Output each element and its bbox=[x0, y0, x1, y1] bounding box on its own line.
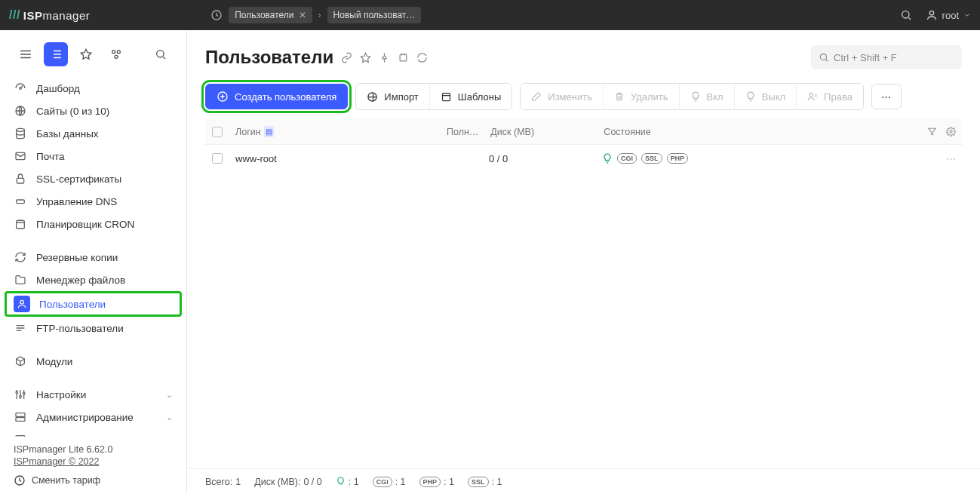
tariff-label: Сменить тариф bbox=[32, 475, 100, 486]
sidebar-apps-icon[interactable] bbox=[104, 42, 128, 66]
on-button[interactable]: Вкл bbox=[680, 84, 735, 109]
sidebar-star[interactable] bbox=[74, 42, 98, 66]
history-icon[interactable] bbox=[210, 9, 223, 21]
actions-group: Изменить Удалить Вкл Выкл Права bbox=[520, 83, 864, 110]
svg-rect-18 bbox=[16, 418, 25, 422]
newwindow-icon[interactable] bbox=[398, 52, 409, 63]
link-icon[interactable] bbox=[341, 52, 352, 63]
svg-point-28 bbox=[950, 130, 952, 133]
server-icon bbox=[14, 410, 27, 424]
col-login[interactable]: Логин▤ bbox=[229, 126, 441, 137]
table: Логин▤ Полн… Диск (MB) Состояние www-roo… bbox=[187, 119, 980, 468]
pin-icon[interactable] bbox=[379, 52, 390, 63]
svg-point-15 bbox=[20, 395, 22, 397]
sidebar-list-view[interactable] bbox=[44, 42, 68, 66]
change-tariff-button[interactable]: Сменить тариф bbox=[14, 474, 173, 486]
import-button[interactable]: Импорт bbox=[356, 84, 429, 109]
filter-icon[interactable] bbox=[927, 127, 937, 137]
edit-button[interactable]: Изменить bbox=[521, 84, 604, 109]
chevron-down-icon: ⌄ bbox=[166, 413, 173, 422]
dns-icon bbox=[14, 195, 27, 208]
sidebar-footer: ISPmanager Lite 6.62.0 ISPmanager © 2022… bbox=[0, 437, 186, 494]
sidebar-label: Модули bbox=[36, 356, 72, 367]
rights-button[interactable]: Права bbox=[797, 84, 863, 109]
off-button[interactable]: Выкл bbox=[735, 84, 797, 109]
disk-value: 0 / 0 bbox=[303, 477, 321, 487]
gear-icon[interactable] bbox=[946, 127, 956, 137]
select-all-checkbox[interactable] bbox=[212, 127, 223, 137]
sidebar-hamburger[interactable] bbox=[14, 42, 38, 66]
close-icon[interactable]: ✕ bbox=[299, 10, 306, 20]
table-row[interactable]: www-root 0 / 0 CGI SSL PHP ⋯ bbox=[205, 145, 962, 172]
sidebar-item-users[interactable]: Пользователи bbox=[5, 291, 182, 317]
sliders-icon bbox=[14, 388, 27, 401]
sidebar-item-monitoring[interactable]: Мониторинг и журналы⌄ bbox=[0, 428, 186, 437]
box-icon bbox=[14, 354, 27, 368]
breadcrumb-new-label: Новый пользоват… bbox=[333, 10, 416, 20]
sidebar: Дашборд Сайты (0 из 10) Базы данных Почт… bbox=[0, 30, 187, 494]
sidebar-label: Администрирование bbox=[36, 412, 134, 423]
col-fullname[interactable]: Полн… bbox=[441, 127, 484, 137]
php-badge: PHP bbox=[419, 477, 441, 487]
sidebar-item-admin[interactable]: Администрирование⌄ bbox=[0, 406, 186, 428]
row-more-icon[interactable]: ⋯ bbox=[946, 153, 956, 164]
sidebar-item-db[interactable]: Базы данных bbox=[0, 122, 186, 145]
breadcrumb-bar: Пользователи ✕ › Новый пользоват… bbox=[210, 7, 421, 23]
ssl-badge: SSL bbox=[468, 477, 489, 487]
more-button[interactable]: ⋯ bbox=[871, 84, 902, 109]
row-checkbox[interactable] bbox=[212, 153, 223, 164]
page-header: Пользователи Ctrl + Shift + F bbox=[187, 30, 980, 77]
sidebar-item-backup[interactable]: Резервные копии bbox=[0, 246, 186, 268]
refresh-icon[interactable] bbox=[416, 52, 428, 63]
col-state[interactable]: Состояние bbox=[598, 127, 917, 137]
sidebar-item-modules[interactable]: Модули bbox=[0, 350, 186, 373]
user-menu[interactable]: root bbox=[926, 9, 971, 21]
breadcrumb-new-user[interactable]: Новый пользоват… bbox=[327, 7, 422, 23]
sidebar-item-sites[interactable]: Сайты (0 из 10) bbox=[0, 100, 186, 122]
svg-point-2 bbox=[929, 11, 933, 15]
copyright-link[interactable]: ISPmanager © 2022 bbox=[14, 456, 173, 467]
svg-point-14 bbox=[16, 391, 18, 394]
sidebar-item-ssl[interactable]: SSL-сертификаты bbox=[0, 167, 186, 190]
sort-icon: ▤ bbox=[264, 126, 274, 137]
breadcrumb-arrow: › bbox=[318, 10, 321, 20]
off-label: Выкл bbox=[762, 91, 785, 103]
edit-label: Изменить bbox=[548, 91, 592, 103]
sidebar-label: Резервные копии bbox=[36, 252, 118, 263]
delete-button[interactable]: Удалить bbox=[604, 84, 680, 109]
sidebar-label: Сайты (0 из 10) bbox=[36, 106, 109, 117]
total-label: Всего: bbox=[205, 477, 232, 487]
sidebar-item-dashboard[interactable]: Дашборд bbox=[0, 77, 186, 100]
toolbar: Создать пользователя Импорт Шаблоны Изме… bbox=[187, 77, 980, 119]
search-input[interactable]: Ctrl + Shift + F bbox=[811, 45, 962, 69]
sidebar-item-mail[interactable]: Почта bbox=[0, 145, 186, 167]
cgi-badge: CGI bbox=[373, 477, 392, 487]
bulb-icon bbox=[602, 153, 613, 164]
create-user-button[interactable]: Создать пользователя bbox=[205, 84, 348, 109]
sidebar-label: Планировщик CRON bbox=[36, 219, 134, 230]
logo-isp: ISP bbox=[23, 9, 43, 22]
svg-rect-11 bbox=[17, 200, 25, 204]
ssl-badge: SSL bbox=[641, 153, 662, 164]
calendar-icon bbox=[14, 217, 27, 231]
search-icon[interactable] bbox=[900, 9, 912, 21]
logo-mgr: manager bbox=[43, 9, 91, 22]
col-disk[interactable]: Диск (MB) bbox=[484, 127, 598, 137]
monitor-icon bbox=[14, 433, 27, 437]
sidebar-item-filemgr[interactable]: Менеджер файлов bbox=[0, 268, 186, 291]
sidebar-item-cron[interactable]: Планировщик CRON bbox=[0, 213, 186, 235]
svg-point-8 bbox=[17, 128, 25, 131]
create-label: Создать пользователя bbox=[235, 91, 336, 103]
templates-button[interactable]: Шаблоны bbox=[430, 84, 512, 109]
templates-label: Шаблоны bbox=[458, 91, 502, 103]
breadcrumb-users[interactable]: Пользователи ✕ bbox=[229, 7, 312, 23]
sidebar-item-settings[interactable]: Настройки⌄ bbox=[0, 383, 186, 406]
sidebar-item-ftp[interactable]: FTP-пользователи bbox=[0, 317, 186, 339]
chevron-down-icon: ⌄ bbox=[166, 435, 173, 437]
main: Пользователи Ctrl + Shift + F Создать по… bbox=[187, 30, 980, 494]
sidebar-label: FTP-пользователи bbox=[36, 323, 124, 334]
sidebar-menu: Дашборд Сайты (0 из 10) Базы данных Почт… bbox=[0, 77, 186, 437]
sidebar-item-dns[interactable]: Управление DNS bbox=[0, 190, 186, 213]
star-icon[interactable] bbox=[360, 52, 371, 63]
sidebar-search[interactable] bbox=[149, 42, 173, 66]
